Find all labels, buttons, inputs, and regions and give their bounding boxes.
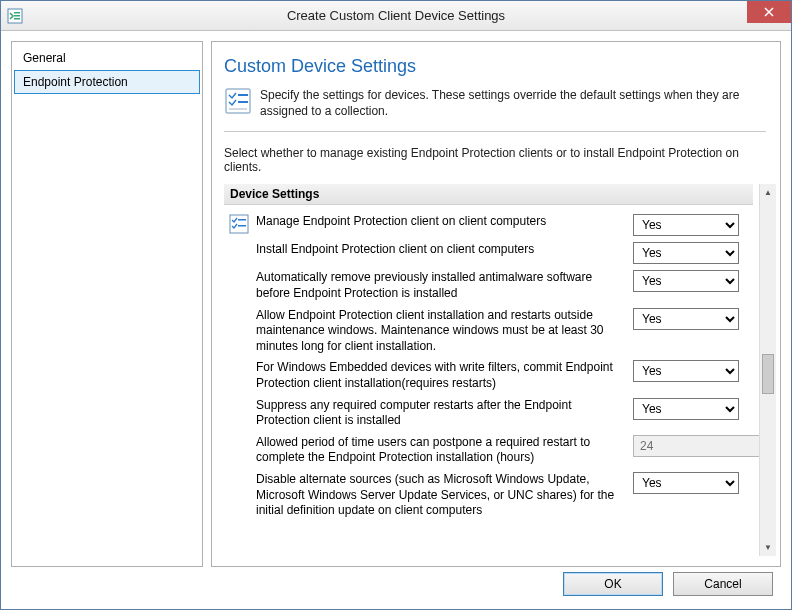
svg-rect-10: [238, 225, 246, 227]
checklist-icon: [228, 214, 250, 234]
svg-rect-7: [229, 108, 247, 110]
svg-rect-6: [238, 101, 248, 103]
svg-rect-5: [238, 94, 248, 96]
setting-spinner[interactable]: ▲▼: [633, 435, 739, 457]
scroll-up-button[interactable]: ▲: [760, 184, 776, 201]
setting-row: Suppress any required computer restarts …: [224, 395, 753, 432]
svg-rect-9: [238, 219, 246, 221]
svg-rect-8: [230, 215, 248, 233]
sidebar-item-endpoint-protection[interactable]: Endpoint Protection: [14, 70, 200, 94]
ok-button[interactable]: OK: [563, 572, 663, 596]
section-header: Device Settings: [224, 184, 753, 205]
scroll-thumb[interactable]: [762, 354, 774, 394]
setting-row: Install Endpoint Protection client on cl…: [224, 239, 753, 267]
setting-label: Manage Endpoint Protection client on cli…: [256, 214, 627, 230]
dialog-footer: OK Cancel: [1, 567, 791, 601]
window-title: Create Custom Client Device Settings: [1, 8, 791, 23]
setting-select[interactable]: Yes: [633, 214, 739, 236]
dialog-body: General Endpoint Protection Custom Devic…: [1, 31, 791, 567]
setting-row: Disable alternate sources (such as Micro…: [224, 469, 753, 522]
setting-select[interactable]: Yes: [633, 270, 739, 292]
setting-label: Install Endpoint Protection client on cl…: [256, 242, 627, 258]
setting-label: Suppress any required computer restarts …: [256, 398, 627, 429]
setting-control: ▲▼: [633, 435, 753, 457]
svg-rect-1: [14, 12, 20, 14]
subheading: Select whether to manage existing Endpoi…: [224, 146, 776, 174]
spinner-input[interactable]: [633, 435, 776, 457]
scrollbar[interactable]: ▲ ▼: [759, 184, 776, 556]
setting-control: Yes: [633, 308, 753, 330]
setting-control: Yes: [633, 270, 753, 292]
intro-text: Specify the settings for devices. These …: [260, 87, 766, 119]
setting-select[interactable]: Yes: [633, 308, 739, 330]
checklist-icon: [224, 87, 252, 118]
svg-rect-2: [14, 15, 20, 17]
setting-row: Allowed period of time users can postpon…: [224, 432, 753, 469]
close-button[interactable]: [747, 1, 791, 23]
setting-row: For Windows Embedded devices with write …: [224, 357, 753, 394]
svg-rect-3: [14, 18, 20, 20]
setting-control: Yes: [633, 472, 753, 494]
setting-row: Allow Endpoint Protection client install…: [224, 305, 753, 358]
setting-select[interactable]: Yes: [633, 398, 739, 420]
scroll-down-button[interactable]: ▼: [760, 539, 776, 556]
setting-label: For Windows Embedded devices with write …: [256, 360, 627, 391]
app-icon: [7, 8, 23, 24]
page-title: Custom Device Settings: [224, 56, 776, 77]
setting-row: Manage Endpoint Protection client on cli…: [224, 211, 753, 239]
setting-label: Allowed period of time users can postpon…: [256, 435, 627, 466]
setting-control: Yes: [633, 242, 753, 264]
setting-control: Yes: [633, 360, 753, 382]
setting-control: Yes: [633, 398, 753, 420]
setting-select[interactable]: Yes: [633, 242, 739, 264]
sidebar-item-general[interactable]: General: [14, 46, 200, 70]
setting-select[interactable]: Yes: [633, 360, 739, 382]
intro-row: Specify the settings for devices. These …: [224, 87, 766, 132]
cancel-button[interactable]: Cancel: [673, 572, 773, 596]
sidebar-item-label: Endpoint Protection: [23, 75, 128, 89]
setting-select[interactable]: Yes: [633, 472, 739, 494]
titlebar: Create Custom Client Device Settings: [1, 1, 791, 31]
setting-row: Automatically remove previously installe…: [224, 267, 753, 304]
setting-label: Disable alternate sources (such as Micro…: [256, 472, 627, 519]
settings-area: Device Settings Manage Endpoint Protecti…: [224, 184, 776, 556]
main-panel: Custom Device Settings Specify the setti…: [211, 41, 781, 567]
settings-content: Device Settings Manage Endpoint Protecti…: [224, 184, 759, 556]
nav-sidebar: General Endpoint Protection: [11, 41, 203, 567]
setting-label: Automatically remove previously installe…: [256, 270, 627, 301]
sidebar-item-label: General: [23, 51, 66, 65]
setting-label: Allow Endpoint Protection client install…: [256, 308, 627, 355]
setting-control: Yes: [633, 214, 753, 236]
